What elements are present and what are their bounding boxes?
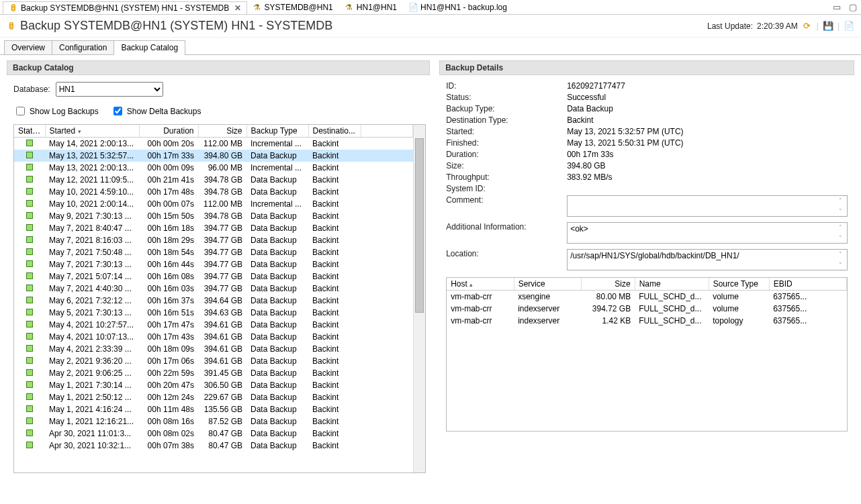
- lbl-finished: Finished:: [446, 138, 553, 148]
- table-row[interactable]: May 7, 2021 7:30:13 ...00h 16m 44s394.77…: [14, 258, 413, 270]
- cell-size: 229.67 GB: [198, 391, 246, 403]
- maximize-icon[interactable]: ▢: [848, 1, 858, 12]
- location-textarea[interactable]: /usr/sap/HN1/SYS/global/hdb/backint/DB_H…: [567, 249, 848, 270]
- subtable-header-row[interactable]: Host ▴ Service Size Name Source Type EBI…: [447, 278, 846, 291]
- table-row[interactable]: Apr 30, 2021 10:32:1...00h 07m 38s80.47 …: [14, 440, 413, 452]
- table-row[interactable]: May 9, 2021 7:30:13 ...00h 15m 50s394.78…: [14, 210, 413, 222]
- show-log-input[interactable]: [16, 107, 25, 115]
- table-row[interactable]: May 2, 2021 9:36:20 ...00h 17m 06s394.61…: [14, 355, 413, 367]
- cell-ebid: 637565...: [769, 315, 846, 327]
- table-row[interactable]: May 13, 2021 2:00:13...00h 00m 09s96.00 …: [14, 162, 413, 174]
- table-row[interactable]: vm-mab-crrindexserver394.72 GBFULL_SCHD_…: [447, 303, 846, 315]
- sub-col-source-type[interactable]: Source Type: [709, 278, 769, 291]
- table-row[interactable]: May 2, 2021 9:06:25 ...00h 22m 59s391.45…: [14, 367, 413, 379]
- sub-col-name[interactable]: Name: [635, 278, 709, 291]
- cell-type: Data Backup: [246, 391, 308, 403]
- table-row[interactable]: May 10, 2021 2:00:14...00h 00m 07s112.00…: [14, 198, 413, 210]
- cell-size: 1.42 KB: [581, 315, 635, 327]
- table-row[interactable]: May 7, 2021 8:16:03 ...00h 18m 29s394.77…: [14, 234, 413, 246]
- minimize-icon[interactable]: ▭: [831, 1, 842, 12]
- tab-label: HN1@HN1 - backup.log: [420, 3, 507, 12]
- table-row[interactable]: May 7, 2021 4:40:30 ...00h 16m 03s394.77…: [14, 283, 413, 295]
- table-row[interactable]: vm-mab-crrxsengine80.00 MBFULL_SCHD_d...…: [447, 291, 846, 303]
- table-row[interactable]: May 6, 2021 7:32:12 ...00h 16m 37s394.64…: [14, 295, 413, 307]
- status-ok-icon: [26, 212, 33, 219]
- table-row[interactable]: May 7, 2021 5:07:14 ...00h 16m 08s394.77…: [14, 270, 413, 283]
- editor-tab[interactable]: ⚗SYSTEMDB@HN1: [247, 1, 339, 13]
- col-backup-type[interactable]: Backup Type: [246, 125, 308, 138]
- scroll-down-icon[interactable]: ˅: [839, 208, 846, 215]
- cell-type: Data Backup: [246, 367, 308, 379]
- addinfo-textarea[interactable]: <ok> ˄˅: [567, 222, 848, 244]
- table-row[interactable]: May 1, 2021 2:50:12 ...00h 12m 24s229.67…: [14, 391, 413, 403]
- show-delta-input[interactable]: [114, 107, 122, 115]
- scroll-up-icon[interactable]: ˄: [839, 251, 846, 258]
- cell-dest: Backint: [308, 427, 361, 440]
- table-row[interactable]: Apr 30, 2021 11:01:3...00h 08m 02s80.47 …: [14, 427, 413, 440]
- scroll-up-icon[interactable]: ˄: [839, 224, 846, 231]
- subtab-overview[interactable]: Overview: [4, 40, 52, 55]
- save-icon[interactable]: 💾: [823, 21, 833, 32]
- table-row[interactable]: May 1, 2021 12:16:21...00h 08m 16s87.52 …: [14, 415, 413, 427]
- scrollbar-thumb[interactable]: [415, 138, 424, 313]
- col-status[interactable]: Status: [14, 125, 45, 138]
- table-row[interactable]: May 14, 2021 2:00:13...00h 00m 20s112.00…: [14, 138, 413, 150]
- sub-col-host[interactable]: Host ▴: [447, 278, 514, 291]
- show-delta-checkbox[interactable]: Show Delta Backups: [111, 105, 201, 117]
- table-row[interactable]: May 4, 2021 10:27:57...00h 17m 47s394.61…: [14, 319, 413, 331]
- database-select[interactable]: HN1: [56, 82, 163, 97]
- show-log-checkbox[interactable]: Show Log Backups: [13, 105, 99, 117]
- table-row[interactable]: May 4, 2021 10:07:13...00h 17m 43s394.61…: [14, 331, 413, 343]
- table-row[interactable]: May 7, 2021 7:50:48 ...00h 18m 54s394.77…: [14, 246, 413, 258]
- cell-duration: 00h 07m 38s: [139, 440, 198, 452]
- table-row[interactable]: May 1, 2021 4:16:24 ...00h 11m 48s135.56…: [14, 403, 413, 415]
- table-row[interactable]: May 1, 2021 7:30:14 ...00h 20m 47s306.50…: [14, 379, 413, 391]
- status-ok-icon: [26, 321, 33, 327]
- scroll-up-icon[interactable]: ˄: [839, 197, 846, 204]
- lbl-status: Status:: [446, 93, 553, 102]
- table-row[interactable]: May 7, 2021 8:40:47 ...00h 16m 18s394.77…: [14, 222, 413, 234]
- scroll-down-icon[interactable]: ˅: [839, 235, 846, 242]
- status-ok-icon: [26, 260, 33, 267]
- subtab-backup-catalog[interactable]: Backup Catalog: [114, 40, 185, 55]
- col-size[interactable]: Size: [198, 125, 246, 138]
- cell-dest: Backint: [308, 440, 361, 452]
- cell-size: 394.61 GB: [198, 319, 246, 331]
- status-ok-icon: [26, 188, 33, 195]
- export-icon[interactable]: 📄: [844, 21, 854, 32]
- cell-started: May 6, 2021 7:32:12 ...: [45, 295, 139, 307]
- cell-started: Apr 30, 2021 11:01:3...: [45, 427, 139, 440]
- col-duration[interactable]: Duration: [139, 125, 198, 138]
- table-row[interactable]: vm-mab-crrindexserver1.42 KBFULL_SCHD_d.…: [447, 315, 846, 327]
- status-ok-icon: [26, 152, 33, 158]
- col-started[interactable]: Started ▾: [45, 125, 139, 138]
- comment-textarea[interactable]: ˄˅: [567, 195, 848, 217]
- editor-tab[interactable]: 🛢Backup SYSTEMDB@HN1 (SYSTEM) HN1 - SYST…: [3, 1, 247, 14]
- status-ok-icon: [26, 333, 33, 340]
- table-row[interactable]: May 12, 2021 11:09:5...00h 21m 41s394.78…: [14, 174, 413, 186]
- table-row[interactable]: May 5, 2021 7:30:13 ...00h 16m 51s394.63…: [14, 307, 413, 319]
- col-destination[interactable]: Destinatio...: [308, 125, 361, 138]
- status-ok-icon: [26, 285, 33, 291]
- cell-host: vm-mab-crr: [447, 291, 514, 303]
- table-row[interactable]: May 4, 2021 2:33:39 ...00h 18m 09s394.61…: [14, 343, 413, 355]
- sub-col-service[interactable]: Service: [514, 278, 581, 291]
- close-icon[interactable]: ✕: [232, 3, 240, 13]
- subtab-configuration[interactable]: Configuration: [52, 40, 114, 55]
- status-ok-icon: [26, 164, 33, 170]
- scroll-down-icon[interactable]: ˅: [839, 262, 846, 268]
- editor-tab-bar: 🛢Backup SYSTEMDB@HN1 (SYSTEM) HN1 - SYST…: [0, 0, 861, 15]
- editor-tab[interactable]: ⚗HN1@HN1: [339, 1, 403, 13]
- cell-dest: Backint: [308, 246, 361, 258]
- sub-col-size[interactable]: Size: [581, 278, 635, 291]
- catalog-scrollbar[interactable]: [413, 125, 425, 472]
- catalog-header-row[interactable]: Status Started ▾ Duration Size Backup Ty…: [14, 125, 413, 138]
- table-row[interactable]: May 13, 2021 5:32:57...00h 17m 33s394.80…: [14, 150, 413, 162]
- table-row[interactable]: May 10, 2021 4:59:10...00h 17m 48s394.78…: [14, 186, 413, 198]
- cell-name: FULL_SCHD_d...: [635, 291, 709, 303]
- sub-col-ebid[interactable]: EBID: [769, 278, 846, 291]
- status-ok-icon: [26, 224, 33, 231]
- editor-tab[interactable]: 📄HN1@HN1 - backup.log: [403, 1, 513, 13]
- val-status: Successful: [567, 93, 848, 102]
- refresh-icon[interactable]: ⟳: [802, 21, 813, 32]
